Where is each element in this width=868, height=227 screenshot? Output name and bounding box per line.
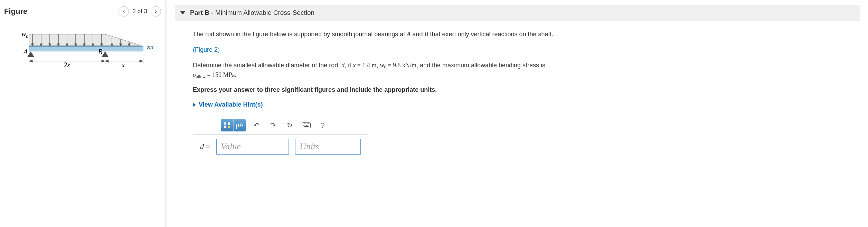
svg-rect-51	[308, 125, 308, 126]
problem-text: Determine the smallest allowable diamete…	[193, 61, 801, 80]
redo-button[interactable]: ↷	[267, 119, 279, 131]
svg-rect-44	[304, 124, 305, 124]
undo-button[interactable]: ↶	[251, 119, 262, 131]
value-input[interactable]: Value	[216, 139, 289, 155]
intro-text: The rod shown in the figure below is sup…	[193, 30, 801, 39]
svg-marker-37	[140, 60, 143, 62]
templates-button[interactable]: µÅ	[221, 119, 246, 131]
svg-rect-41	[228, 126, 230, 128]
keyboard-icon	[302, 122, 311, 128]
svg-marker-5	[40, 44, 42, 46]
svg-marker-9	[57, 44, 59, 46]
svg-rect-46	[307, 124, 308, 124]
view-hints-label: View Available Hint(s)	[199, 101, 263, 108]
figure-title: Figure	[4, 7, 27, 16]
content-panel: Part B - Minimum Allowable Cross-Section…	[167, 0, 868, 227]
figure-nav: ‹ 2 of 3 ›	[119, 6, 161, 17]
svg-marker-27	[27, 51, 34, 57]
units-symbol-button[interactable]: µÅ	[233, 119, 246, 131]
part-title: Part B - Minimum Allowable Cross-Section	[190, 9, 314, 17]
svg-marker-25	[128, 44, 130, 46]
reset-button[interactable]: ↻	[284, 119, 295, 131]
svg-marker-28	[102, 51, 108, 57]
svg-marker-3	[31, 44, 34, 46]
figure-prev-button[interactable]: ‹	[119, 6, 129, 17]
figure-counter: 2 of 3	[132, 8, 147, 15]
label-B: B	[98, 48, 102, 56]
part-header: Part B - Minimum Allowable Cross-Section	[175, 5, 860, 21]
units-input[interactable]: Units	[295, 139, 361, 155]
svg-rect-45	[305, 124, 306, 124]
keyboard-button[interactable]	[300, 119, 312, 131]
fraction-icon	[221, 119, 233, 131]
label-d: ⌀d	[147, 44, 153, 51]
label-2x: 2x	[64, 61, 70, 69]
answer-widget: µÅ ↶ ↷ ↻ ? d = Value Units	[193, 116, 368, 159]
svg-marker-32	[29, 60, 32, 62]
svg-marker-19	[101, 44, 103, 46]
svg-marker-15	[83, 44, 85, 46]
figure-image: w0 A B 2x x ⌀d	[4, 20, 161, 81]
svg-rect-52	[304, 126, 309, 127]
svg-marker-7	[49, 44, 51, 46]
help-button[interactable]: ?	[317, 119, 329, 131]
label-A: A	[23, 48, 28, 56]
label-x: x	[121, 61, 125, 69]
svg-rect-39	[224, 126, 226, 128]
figure-panel: Figure ‹ 2 of 3 ›	[0, 0, 165, 227]
figure-header: Figure ‹ 2 of 3 ›	[4, 6, 161, 20]
svg-marker-13	[75, 44, 77, 46]
answer-toolbar: µÅ ↶ ↷ ↻ ?	[193, 116, 368, 135]
svg-rect-43	[303, 124, 303, 124]
svg-rect-40	[228, 122, 230, 125]
svg-marker-17	[92, 44, 94, 46]
beam-diagram: w0 A B 2x x ⌀d	[15, 30, 153, 71]
figure-link[interactable]: (Figure 2)	[193, 46, 220, 53]
instruction-text: Express your answer to three significant…	[193, 86, 801, 93]
svg-marker-21	[111, 44, 113, 46]
svg-rect-38	[224, 122, 226, 125]
svg-rect-49	[305, 125, 305, 126]
svg-marker-1	[105, 34, 141, 46]
answer-inputs: d = Value Units	[193, 135, 368, 159]
chevron-right-icon	[193, 103, 196, 107]
svg-marker-11	[66, 44, 68, 46]
svg-rect-48	[303, 125, 304, 126]
label-w0: w0	[21, 30, 28, 39]
svg-rect-50	[306, 125, 307, 126]
svg-marker-23	[120, 44, 122, 46]
svg-rect-47	[308, 124, 309, 124]
collapse-icon[interactable]	[180, 11, 185, 14]
figure-next-button[interactable]: ›	[151, 6, 161, 17]
view-hints-button[interactable]: View Available Hint(s)	[193, 101, 801, 108]
answer-variable: d =	[200, 142, 210, 151]
svg-marker-36	[105, 60, 108, 62]
svg-rect-26	[29, 46, 143, 51]
svg-marker-33	[102, 60, 105, 62]
